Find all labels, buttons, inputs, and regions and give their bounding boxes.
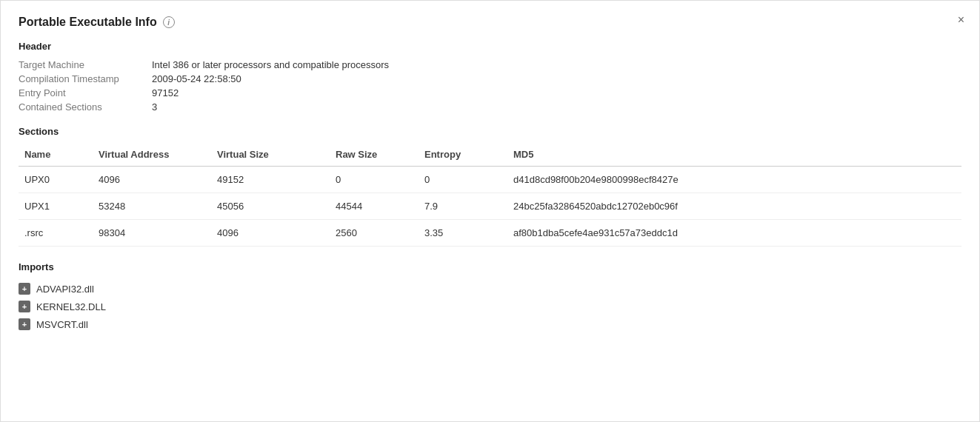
col-header-raw-size: Raw Size — [330, 144, 419, 167]
cell-name: .rsrc — [19, 220, 93, 247]
table-header-row: Name Virtual Address Virtual Size Raw Si… — [19, 144, 961, 167]
expand-icon[interactable]: + — [19, 318, 30, 330]
cell-virtual-size: 45056 — [211, 193, 330, 220]
cell-md5: af80b1dba5cefe4ae931c57a73eddc1d — [507, 220, 961, 247]
sections-section: Sections Name Virtual Address Virtual Si… — [19, 126, 961, 247]
cell-virtual-size: 49152 — [211, 167, 330, 193]
imports-list: + ADVAPI32.dll + KERNEL32.DLL + MSVCRT.d… — [19, 280, 961, 333]
panel-title-row: Portable Executable Info i × — [19, 16, 961, 29]
value-compilation-timestamp: 2009-05-24 22:58:50 — [152, 73, 961, 84]
table-row: .rsrc 98304 4096 2560 3.35 af80b1dba5cef… — [19, 220, 961, 247]
cell-name: UPX1 — [19, 193, 93, 220]
label-entry-point: Entry Point — [19, 87, 152, 98]
col-header-virtual-size: Virtual Size — [211, 144, 330, 167]
import-item: + MSVCRT.dll — [19, 315, 961, 333]
col-header-md5: MD5 — [507, 144, 961, 167]
import-name: ADVAPI32.dll — [36, 284, 94, 295]
cell-raw-size: 44544 — [330, 193, 419, 220]
cell-virtual-size: 4096 — [211, 220, 330, 247]
expand-icon[interactable]: + — [19, 283, 30, 295]
value-contained-sections: 3 — [152, 101, 961, 113]
sections-section-label: Sections — [19, 126, 961, 137]
imports-section-label: Imports — [19, 261, 961, 272]
cell-virtual-address: 4096 — [93, 167, 211, 193]
label-compilation-timestamp: Compilation Timestamp — [19, 73, 152, 84]
import-name: KERNEL32.DLL — [36, 301, 106, 312]
header-section: Header Target Machine Intel 386 or later… — [19, 41, 961, 113]
col-header-virtual-address: Virtual Address — [93, 144, 211, 167]
table-row: UPX1 53248 45056 44544 7.9 24bc25fa32864… — [19, 193, 961, 220]
value-target-machine: Intel 386 or later processors and compat… — [152, 59, 961, 70]
portable-executable-panel: Portable Executable Info i × Header Targ… — [0, 0, 980, 422]
label-target-machine: Target Machine — [19, 59, 152, 70]
cell-entropy: 3.35 — [419, 220, 507, 247]
table-row: UPX0 4096 49152 0 0 d41d8cd98f00b204e980… — [19, 167, 961, 193]
import-name: MSVCRT.dll — [36, 319, 88, 330]
col-header-entropy: Entropy — [419, 144, 507, 167]
cell-virtual-address: 98304 — [93, 220, 211, 247]
info-icon[interactable]: i — [163, 16, 175, 28]
cell-virtual-address: 53248 — [93, 193, 211, 220]
imports-section: Imports + ADVAPI32.dll + KERNEL32.DLL + … — [19, 261, 961, 333]
value-entry-point: 97152 — [152, 87, 961, 98]
import-item: + ADVAPI32.dll — [19, 280, 961, 298]
cell-name: UPX0 — [19, 167, 93, 193]
col-header-name: Name — [19, 144, 93, 167]
header-section-label: Header — [19, 41, 961, 52]
cell-md5: 24bc25fa32864520abdc12702eb0c96f — [507, 193, 961, 220]
close-button[interactable]: × — [958, 14, 964, 26]
cell-entropy: 7.9 — [419, 193, 507, 220]
import-item: + KERNEL32.DLL — [19, 298, 961, 315]
panel-title-text: Portable Executable Info — [19, 16, 157, 29]
cell-entropy: 0 — [419, 167, 507, 193]
expand-icon[interactable]: + — [19, 301, 30, 312]
label-contained-sections: Contained Sections — [19, 101, 152, 113]
header-info-grid: Target Machine Intel 386 or later proces… — [19, 59, 961, 113]
sections-table: Name Virtual Address Virtual Size Raw Si… — [19, 144, 961, 247]
cell-md5: d41d8cd98f00b204e9800998ecf8427e — [507, 167, 961, 193]
cell-raw-size: 0 — [330, 167, 419, 193]
cell-raw-size: 2560 — [330, 220, 419, 247]
